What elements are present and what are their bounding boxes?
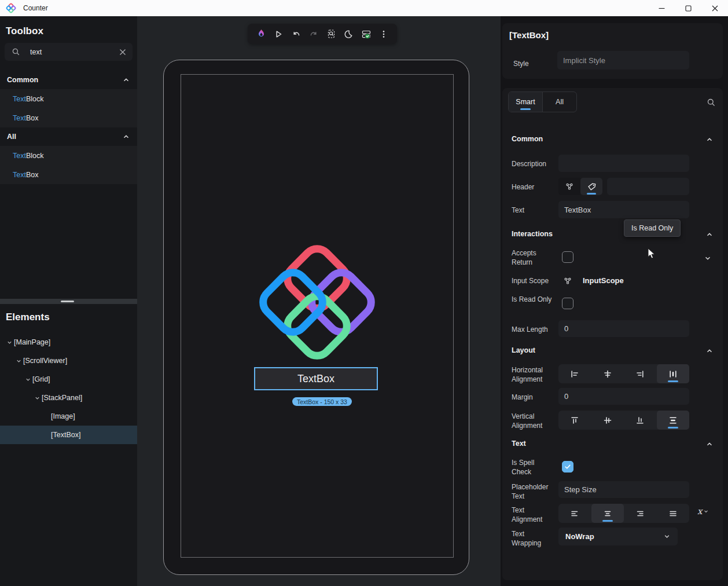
max-length-label: Max Length: [512, 325, 548, 334]
hot-design-flame-icon[interactable]: [253, 27, 269, 42]
tree-node-label: [ScrollViewer]: [23, 357, 67, 365]
tree-node-mainpage[interactable]: [MainPage]: [0, 333, 137, 351]
chevron-down-icon[interactable]: [32, 395, 42, 401]
maximize-button[interactable]: [675, 0, 701, 16]
toolbox-item-textbox[interactable]: TextBox: [0, 165, 137, 184]
margin-input[interactable]: 0: [558, 388, 689, 405]
tree-node-label: [Grid]: [32, 375, 50, 383]
mode-tabs: Smart All: [508, 91, 577, 112]
inspector-panel: [TextBox] Style Implicit Style Smart All…: [501, 16, 728, 586]
minimize-button[interactable]: [648, 0, 675, 16]
tree-node-label: [StackPanel]: [42, 394, 82, 402]
description-input[interactable]: [558, 155, 689, 172]
play-icon[interactable]: [271, 27, 286, 42]
text-input[interactable]: TextBox: [558, 201, 689, 218]
chevron-down-icon[interactable]: [5, 339, 14, 346]
text-align-justify-icon: [668, 509, 678, 518]
elements-title: Elements: [6, 312, 50, 323]
more-options-icon[interactable]: [376, 27, 391, 42]
tree-node-image[interactable]: [Image]: [0, 407, 137, 426]
tree-node-grid[interactable]: [Grid]: [0, 370, 137, 389]
placeholder-text-value: Step Size: [564, 485, 597, 494]
align-bottom-button[interactable]: [624, 411, 657, 430]
tree-node-scrollviewer[interactable]: [ScrollViewer]: [0, 351, 137, 370]
toolbox-section-all[interactable]: All: [0, 127, 137, 146]
chevron-up-icon[interactable]: [705, 440, 714, 448]
stretch-vertical-button[interactable]: [657, 411, 690, 430]
is-spell-check-checkbox[interactable]: [562, 461, 573, 473]
theme-toggle-moon-icon[interactable]: [341, 27, 356, 42]
align-center-vertical-button[interactable]: [591, 411, 624, 430]
vertical-alignment-label: Vertical Alignment: [512, 412, 556, 430]
changes-status-check-icon[interactable]: [359, 27, 374, 42]
mouse-cursor: [648, 248, 656, 259]
input-scope-label: Input Scope: [512, 276, 549, 285]
chevron-up-icon[interactable]: [705, 230, 714, 239]
text-alignment-variable-dropdown[interactable]: x: [697, 506, 709, 517]
literal-mode-button[interactable]: [580, 178, 602, 195]
chevron-up-icon[interactable]: [122, 133, 130, 141]
section-common-title: Common: [512, 135, 543, 143]
inspector-properties-card: Smart All Common Description Header: [502, 88, 723, 580]
toolbox-item-textblock[interactable]: TextBlock: [0, 146, 137, 165]
max-length-input[interactable]: 0: [558, 320, 689, 337]
align-bottom-icon: [635, 416, 645, 425]
align-center-horizontal-icon: [603, 369, 612, 379]
uno-logo-image[interactable]: [249, 235, 385, 369]
align-center-horizontal-button[interactable]: [591, 364, 624, 383]
canvas-textbox[interactable]: TextBox: [254, 367, 378, 390]
style-input[interactable]: Implicit Style: [557, 51, 689, 69]
align-top-button[interactable]: [558, 411, 591, 430]
match-text: Text: [13, 171, 26, 179]
splitter-handle[interactable]: [61, 301, 74, 302]
is-read-only-label: Is Read Only: [512, 295, 556, 304]
align-right-button[interactable]: [624, 364, 657, 383]
toolbox-common-list: TextBlock TextBox: [0, 89, 137, 127]
binding-icon[interactable]: [560, 273, 575, 288]
chevron-up-icon[interactable]: [122, 76, 130, 84]
placeholder-text-input[interactable]: Step Size: [558, 481, 689, 498]
inspect-element-icon[interactable]: [323, 27, 339, 42]
toolbox-item-textblock[interactable]: TextBlock: [0, 89, 137, 108]
close-button[interactable]: [701, 0, 728, 16]
chevron-down-icon[interactable]: [704, 254, 712, 262]
toolbox-item-textbox[interactable]: TextBox: [0, 108, 137, 127]
align-left-button[interactable]: [558, 364, 591, 383]
stretch-vertical-icon: [668, 416, 678, 425]
text-align-center-button[interactable]: [591, 504, 624, 523]
tab-smart[interactable]: Smart: [509, 92, 542, 112]
rest-text: Box: [26, 114, 39, 122]
chevron-down-icon[interactable]: [14, 358, 23, 364]
clear-search-icon[interactable]: [115, 45, 130, 60]
chevron-up-icon[interactable]: [705, 347, 714, 355]
match-text: Text: [13, 152, 26, 160]
accepts-return-checkbox[interactable]: [562, 251, 573, 263]
chevron-down-icon[interactable]: [23, 376, 32, 383]
rest-text: Box: [26, 171, 39, 179]
tab-all[interactable]: All: [542, 92, 576, 112]
inspector-header-card: [TextBox] Style Implicit Style: [502, 23, 723, 79]
toolbox-search-input[interactable]: text: [5, 43, 133, 61]
tree-node-stackpanel[interactable]: [StackPanel]: [0, 389, 137, 407]
text-align-right-icon: [635, 509, 645, 518]
stretch-horizontal-button[interactable]: [657, 364, 690, 383]
redo-icon[interactable]: [306, 27, 321, 42]
toolbox-section-common[interactable]: Common: [0, 71, 137, 89]
is-read-only-checkbox[interactable]: [562, 298, 573, 309]
text-alignment-label: Text Alignment: [512, 506, 556, 524]
binding-mode-button[interactable]: [558, 178, 580, 195]
text-wrapping-select[interactable]: NoWrap: [558, 528, 678, 545]
canvas-textbox-text: TextBox: [297, 373, 334, 385]
input-scope-value[interactable]: InputScope: [583, 276, 624, 285]
tree-node-textbox-selected[interactable]: [TextBox]: [0, 426, 137, 444]
text-align-left-button[interactable]: [558, 504, 591, 523]
panel-splitter[interactable]: [0, 299, 137, 304]
text-align-justify-button[interactable]: [657, 504, 690, 523]
text-alignment-group: [558, 504, 689, 523]
header-input[interactable]: [607, 178, 689, 195]
chevron-up-icon[interactable]: [705, 135, 714, 144]
undo-icon[interactable]: [289, 27, 304, 42]
titlebar: Counter: [0, 0, 728, 16]
text-align-right-button[interactable]: [624, 504, 657, 523]
property-search-icon[interactable]: [704, 95, 719, 110]
